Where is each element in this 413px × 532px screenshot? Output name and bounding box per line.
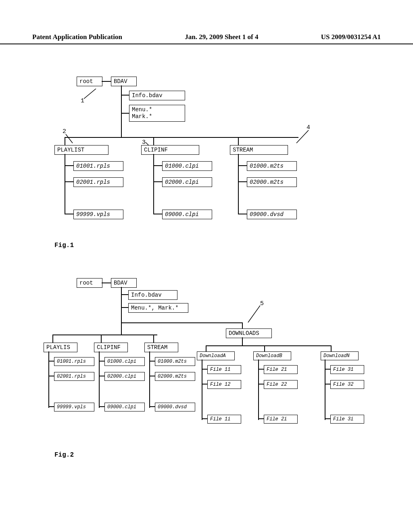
svg-line-0 [84,89,96,99]
fig2-c3-box: 09000.clpi [104,403,145,411]
fig1-p1-box: 01001.rpls [73,161,123,171]
fig2-f11-box: File 11 [207,365,241,374]
page-header: Patent Application Publication Jan. 29, … [0,33,413,44]
header-left: Patent Application Publication [32,33,122,41]
fig1-clipinf-box: CLIPINF [141,145,199,155]
fig2-c2-box: 02000.clpi [104,372,145,381]
svg-line-3 [296,130,309,143]
fig2-db-box: DownloadB [253,351,291,360]
figure-2: root BDAV Info.bdav Menu.*, Mark.* 5 DOW… [40,278,375,455]
fig1-label: Fig.1 [54,242,74,249]
fig1-s3-box: 09000.dvsd [247,210,297,219]
fig1-p2-box: 02001.rpls [73,177,123,187]
fig1-bdav-box: BDAV [111,77,137,86]
fig2-f22-box: File 22 [264,380,298,389]
fig1-p3-box: 99999.vpls [73,210,123,219]
fig2-p1-box: 01001.rpls [54,357,94,366]
fig2-c1-box: 01000.clpi [104,357,145,366]
fig2-f3i-box: File 3i [330,415,364,424]
fig2-f1i-box: File 1i [207,415,241,424]
fig2-p2-box: 02001.rpls [54,372,94,381]
fig2-f21-box: File 21 [264,365,298,374]
fig1-playlist-box: PLAYLIST [54,145,108,155]
fig2-menumark-box: Menu.*, Mark.* [128,303,188,313]
svg-line-4 [248,305,260,322]
fig2-s2-box: 02000.m2ts [155,372,195,381]
fig2-clipinf-box: CLIPINF [94,343,128,352]
fig2-downloads-box: DOWNLOADS [226,328,272,338]
header-center: Jan. 29, 2009 Sheet 1 of 4 [185,33,258,41]
fig2-dn-box: DownloadN [321,351,359,360]
fig2-s1-box: 01000.m2ts [155,357,195,366]
fig2-f32-box: File 32 [330,380,364,389]
fig1-info-box: Info.bdav [129,91,185,100]
fig2-bdav-box: BDAV [111,278,137,288]
fig2-f2i-box: File 2i [264,415,298,424]
fig2-info-box: Info.bdav [128,290,177,300]
fig2-f31-box: File 31 [330,365,364,374]
fig1-c1-box: 01000.clpi [162,161,212,171]
fig1-menumark-box: Menu.* Mark.* [129,105,185,122]
fig1-s2-box: 02000.m2ts [247,177,297,187]
svg-line-1 [66,134,73,143]
figure-1: root BDAV 1 Info.bdav Menu.* Mark.* 2 3 … [52,77,363,262]
fig2-p3-box: 99999.vpls [54,403,94,411]
fig1-s1-box: 01000.m2ts [247,161,297,171]
fig1-root-box: root [77,77,102,86]
fig2-root-box: root [77,278,102,288]
fig1-c2-box: 02000.clpi [162,177,212,187]
fig2-f12-box: File 12 [207,380,241,389]
fig2-playlis-box: PLAYLIS [44,343,77,352]
fig2-stream-box: STREAM [144,343,178,352]
fig1-stream-box: STREAM [230,145,288,155]
fig2-da-box: DownloadA [197,351,235,360]
header-right: US 2009/0031254 A1 [321,33,381,41]
fig2-label: Fig.2 [54,451,74,459]
fig2-s3-box: 09000.dvsd [155,403,195,411]
fig1-c3-box: 09000.clpi [162,210,212,219]
